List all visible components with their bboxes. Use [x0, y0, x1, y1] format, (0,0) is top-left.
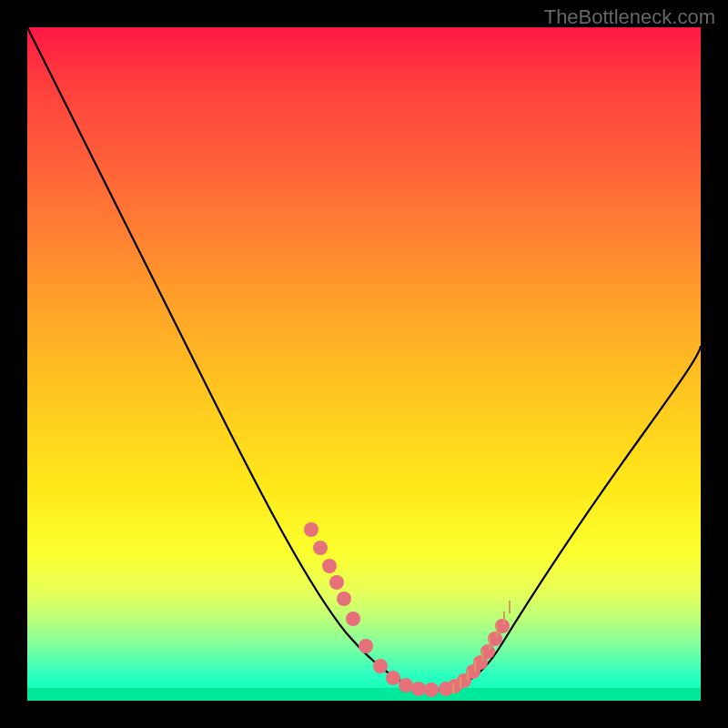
- svg-point-3: [329, 575, 344, 590]
- svg-point-0: [304, 522, 318, 537]
- chart-svg: [27, 27, 701, 701]
- svg-point-1: [313, 541, 328, 555]
- svg-point-2: [322, 559, 337, 573]
- svg-point-11: [424, 682, 439, 697]
- bottleneck-curve: [27, 27, 701, 690]
- svg-point-9: [399, 678, 413, 693]
- svg-point-6: [359, 639, 373, 653]
- svg-point-10: [411, 682, 426, 696]
- curve-left-dots: [304, 522, 439, 697]
- curve-right-dots: [439, 619, 510, 696]
- svg-point-7: [373, 659, 388, 673]
- svg-point-4: [337, 592, 351, 606]
- svg-point-5: [346, 612, 360, 626]
- watermark-text: TheBottleneck.com: [544, 5, 715, 29]
- svg-point-8: [386, 671, 400, 685]
- chart-plot-area: [27, 27, 701, 701]
